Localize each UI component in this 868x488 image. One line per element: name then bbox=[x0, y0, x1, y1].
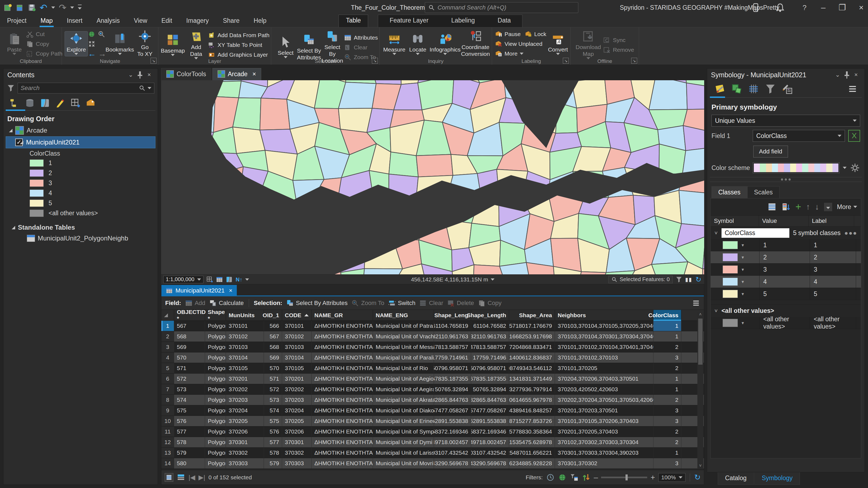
color-scheme-select[interactable] bbox=[753, 162, 839, 173]
row-number[interactable]: 8 bbox=[161, 395, 174, 405]
row-number[interactable]: 14 bbox=[161, 458, 174, 468]
cell[interactable]: 370101,370205 bbox=[555, 363, 653, 373]
cell[interactable]: 61104.76582 bbox=[471, 321, 509, 331]
basemap-button[interactable]: Basemap bbox=[161, 33, 184, 57]
cell[interactable]: 572 bbox=[264, 384, 282, 394]
infographics-button[interactable]: Infographics bbox=[429, 31, 461, 56]
cell[interactable]: 570 bbox=[174, 352, 205, 363]
cell[interactable]: 2 bbox=[653, 363, 681, 373]
symbol-swatch[interactable] bbox=[723, 241, 738, 249]
class-label[interactable]: 4 bbox=[810, 276, 856, 288]
cell[interactable]: ΔΗΜΟΤΙΚΗ ΕΝΟΤΗΤΑ... bbox=[312, 448, 373, 458]
cell[interactable]: Polygon bbox=[205, 426, 226, 437]
cell[interactable]: 47813.588757 bbox=[471, 342, 509, 352]
cell[interactable]: Polygon bbox=[205, 384, 226, 394]
bookmarks-button[interactable]: Bookmarks bbox=[106, 31, 133, 56]
cell[interactable]: 57477.058267 bbox=[471, 405, 509, 416]
select-by-attributes-button[interactable]: Select By Attributes bbox=[286, 299, 348, 307]
cell[interactable]: 43290.569678 bbox=[471, 458, 509, 468]
locate-button[interactable]: Locate bbox=[406, 31, 429, 56]
cell[interactable]: 569 bbox=[174, 342, 205, 352]
symbology-menu-icon[interactable]: ⌄ bbox=[833, 70, 842, 79]
cell[interactable]: ΔΗΜΟΤΙΚΗ ΕΝΟΤΗΤΑ... bbox=[312, 321, 373, 331]
cell[interactable]: Municipal Unit of Erineos bbox=[373, 416, 434, 426]
column-header-shape-length[interactable]: Shape_Length bbox=[471, 310, 509, 321]
legend-item-other[interactable]: <all other values> bbox=[3, 208, 158, 218]
column-header-mununits[interactable]: MunUnits bbox=[226, 310, 264, 321]
zoom-out-icon[interactable]: – bbox=[594, 473, 598, 482]
table-row[interactable]: 2568Polygon370102567370102ΔΗΜΟΤΙΚΗ ΕΝΟΤΗ… bbox=[161, 331, 704, 342]
list-by-drawing-order-icon[interactable] bbox=[9, 98, 20, 108]
cell[interactable]: 3 bbox=[653, 416, 681, 426]
field1-select[interactable]: ColorClass bbox=[753, 130, 845, 142]
list-by-selection-icon[interactable] bbox=[40, 98, 50, 108]
copy-button[interactable]: Copy bbox=[26, 39, 62, 48]
cell[interactable]: 11400612.836837 bbox=[509, 352, 555, 363]
symbol-class-row[interactable]: ▾55 bbox=[711, 288, 861, 300]
legend-swatch[interactable] bbox=[30, 159, 44, 167]
row-number[interactable]: 2 bbox=[161, 331, 174, 341]
cell[interactable]: 580 bbox=[174, 458, 205, 468]
cell[interactable]: 58372.169346 bbox=[471, 426, 509, 437]
select-by-attributes-button[interactable]: Select By Attributes bbox=[297, 33, 321, 62]
cell[interactable]: Municipal Unit of Patra bbox=[373, 321, 434, 331]
cell[interactable]: 370205 bbox=[226, 416, 264, 426]
legend-swatch[interactable] bbox=[30, 180, 44, 187]
ribbon-tab-imagery[interactable]: Imagery bbox=[179, 15, 216, 27]
cell[interactable]: 571 bbox=[174, 363, 205, 373]
cell[interactable]: 571 bbox=[264, 373, 282, 384]
cell[interactable]: Polygon bbox=[205, 448, 226, 458]
selected-features-readout[interactable]: Selected Features: 0 bbox=[609, 276, 673, 283]
cell[interactable]: 85778830.358364 bbox=[509, 426, 555, 437]
cell[interactable]: Municipal Unit of Larissos bbox=[373, 448, 434, 458]
cell[interactable]: Polygon bbox=[205, 416, 226, 426]
symbol-class-row[interactable]: ▾22 bbox=[711, 251, 861, 263]
cell[interactable]: 370202 bbox=[226, 384, 264, 394]
cell[interactable]: 49718.002457 bbox=[471, 437, 509, 447]
tab-table[interactable]: Table bbox=[339, 14, 368, 27]
cell[interactable]: 568 bbox=[264, 342, 282, 352]
cell[interactable]: 50765.32894 bbox=[471, 384, 509, 394]
pause-label-icon[interactable] bbox=[495, 30, 502, 38]
cell[interactable]: 151341831.371449 bbox=[509, 373, 555, 384]
cell[interactable]: 370102,370302,370303,370304 bbox=[555, 437, 653, 447]
move-up-icon[interactable]: ↑ bbox=[806, 202, 810, 212]
cell[interactable]: ΔΗΜΟΤΙΚΗ ΕΝΟΤΗΤΑ... bbox=[312, 342, 373, 352]
cell[interactable]: 370103,370104,370301,370304,370401 bbox=[555, 331, 653, 341]
cell[interactable]: 568 bbox=[174, 331, 205, 341]
table-menu-icon[interactable] bbox=[692, 299, 700, 307]
cell[interactable]: 370201 bbox=[282, 373, 312, 384]
tab-scales[interactable]: Scales bbox=[747, 186, 780, 198]
swatch-dropdown-icon[interactable]: ▾ bbox=[742, 242, 744, 248]
pin-icon[interactable] bbox=[842, 70, 851, 79]
contents-menu-icon[interactable]: ⌄ bbox=[126, 70, 135, 79]
cell[interactable]: 43290.569678 bbox=[434, 458, 471, 468]
coordinate-conversion-button[interactable]: Coordinate Conversion bbox=[461, 29, 490, 58]
swatch-dropdown-icon[interactable]: ▾ bbox=[742, 255, 744, 260]
cell[interactable]: 370203,420502,420603 bbox=[555, 384, 653, 394]
table-row[interactable]: 8574Polygon370203573370203ΔΗΜΟΤΙΚΗ ΕΝΟΤΗ… bbox=[161, 395, 704, 405]
lock-label-icon[interactable] bbox=[525, 30, 532, 38]
ribbon-tab-analysis[interactable]: Analysis bbox=[90, 15, 127, 27]
cell[interactable]: Polygon bbox=[205, 352, 226, 363]
cell[interactable]: 577 bbox=[174, 426, 205, 437]
fixed-zoom-icon[interactable] bbox=[88, 40, 95, 48]
cell[interactable]: Polygon bbox=[205, 373, 226, 384]
cell[interactable]: ΔΗΜΟΤΙΚΗ ΕΝΟΤΗΤΑ... bbox=[312, 416, 373, 426]
cell[interactable]: 62891.553838 bbox=[434, 416, 471, 426]
cell[interactable]: 567 bbox=[174, 321, 205, 331]
set-expression-icon[interactable]: Χ bbox=[848, 130, 860, 142]
table-row[interactable]: 13579Polygon370302578370302ΔΗΜΟΤΙΚΗ ΕΝΟΤ… bbox=[161, 448, 704, 458]
swatch-dropdown-icon[interactable]: ▾ bbox=[742, 279, 744, 285]
cell[interactable]: Polygon bbox=[205, 363, 226, 373]
previous-extent-icon[interactable]: ← bbox=[88, 49, 96, 58]
vary-symbology-icon[interactable] bbox=[731, 83, 742, 95]
symbol-class-row[interactable]: ▾33 bbox=[711, 263, 861, 276]
first-record-icon[interactable]: |◀ bbox=[188, 474, 195, 481]
cell[interactable]: 47813.588757 bbox=[434, 342, 471, 352]
sort-icon[interactable] bbox=[582, 473, 590, 482]
cell[interactable]: 50796.958071 bbox=[471, 363, 509, 373]
row-number[interactable]: 6 bbox=[161, 373, 174, 384]
scroll-down-icon[interactable]: ˅ bbox=[698, 463, 703, 468]
zoom-slider[interactable] bbox=[601, 477, 647, 478]
